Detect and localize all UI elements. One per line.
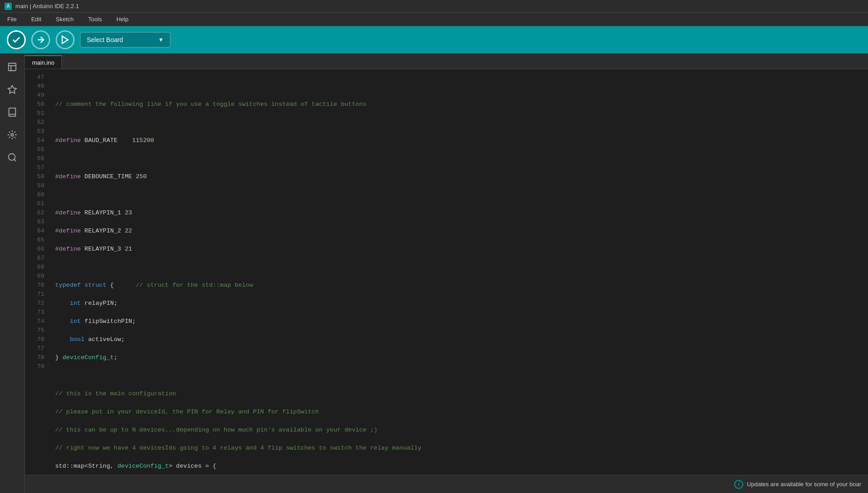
files-icon[interactable]	[3, 58, 21, 76]
menu-bar: File Edit Sketch Tools Help	[0, 13, 868, 26]
code-line-53	[55, 190, 868, 199]
menu-edit[interactable]: Edit	[28, 14, 44, 24]
editor-area: main.ino 47 48 49 50 51 52 53 54 55 56 5…	[25, 53, 868, 493]
code-line-62: } deviceConfig_t;	[55, 353, 868, 362]
main-content: main.ino 47 48 49 50 51 52 53 54 55 56 5…	[0, 53, 868, 493]
svg-marker-5	[8, 85, 16, 93]
svg-marker-1	[62, 36, 68, 44]
code-line-58: typedef struct { // struct for the std::…	[55, 281, 868, 290]
toolbar: Select Board ▼	[0, 26, 868, 53]
notification-text[interactable]: Updates are available for some of your b…	[747, 481, 861, 488]
chevron-down-icon: ▼	[158, 37, 164, 43]
sidebar	[0, 53, 25, 493]
code-line-57	[55, 263, 868, 272]
code-line-50: #define BAUD_RATE 115200	[55, 136, 868, 145]
code-line-64: // this is the main configuration	[55, 389, 868, 398]
svg-point-7	[9, 154, 15, 161]
debug-sidebar-icon[interactable]	[3, 126, 21, 144]
svg-rect-2	[9, 63, 16, 71]
code-line-65: // please put in your deviceId, the PIN …	[55, 408, 868, 417]
menu-file[interactable]: File	[5, 14, 19, 24]
board-select-label: Select Board	[87, 36, 123, 43]
code-line-67: // right now we have 4 devicesIds going …	[55, 444, 868, 453]
code-line-59: int relayPIN;	[55, 299, 868, 308]
debug-button[interactable]	[56, 30, 75, 49]
code-line-61: bool activeLow;	[55, 335, 868, 344]
board-select-dropdown[interactable]: Select Board ▼	[80, 32, 170, 47]
info-icon: i	[734, 480, 743, 489]
code-line-49	[55, 118, 868, 127]
upload-button[interactable]	[31, 30, 50, 49]
title-bar: A main | Arduino IDE 2.2.1	[0, 0, 868, 13]
svg-point-6	[11, 133, 14, 136]
code-line-63	[55, 371, 868, 380]
code-line-54: #define RELAYPIN_1 23	[55, 209, 868, 218]
svg-line-8	[14, 159, 16, 161]
code-editor: 47 48 49 50 51 52 53 54 55 56 57 58 59 6…	[25, 69, 868, 475]
code-line-56: #define RELAYPIN_3 21	[55, 245, 868, 254]
code-line-51	[55, 154, 868, 163]
code-line-47	[55, 82, 868, 91]
tab-bar: main.ino	[25, 53, 868, 69]
line-numbers: 47 48 49 50 51 52 53 54 55 56 57 58 59 6…	[25, 69, 50, 475]
menu-help[interactable]: Help	[113, 14, 131, 24]
code-line-48: // comment the following line if you use…	[55, 100, 868, 109]
menu-sketch[interactable]: Sketch	[53, 14, 76, 24]
bottom-bar: i Updates are available for some of your…	[25, 475, 868, 493]
verify-button[interactable]	[7, 30, 26, 49]
sketch-icon[interactable]	[3, 81, 21, 99]
app-icon: A	[5, 3, 12, 10]
code-line-52: #define DEBOUNCE_TIME 250	[55, 172, 868, 181]
code-line-55: #define RELAYPIN_2 22	[55, 227, 868, 236]
library-icon[interactable]	[3, 103, 21, 121]
code-line-66: // this can be up to N devices...dependi…	[55, 426, 868, 435]
code-line-60: int flipSwitchPIN;	[55, 317, 868, 326]
window-title: main | Arduino IDE 2.2.1	[15, 3, 79, 9]
search-icon[interactable]	[3, 148, 21, 166]
code-line-68: std::map<String, deviceConfig_t> devices…	[55, 462, 868, 471]
menu-tools[interactable]: Tools	[85, 14, 104, 24]
tab-main-ino[interactable]: main.ino	[25, 55, 62, 69]
code-content[interactable]: // comment the following line if you use…	[50, 69, 868, 475]
